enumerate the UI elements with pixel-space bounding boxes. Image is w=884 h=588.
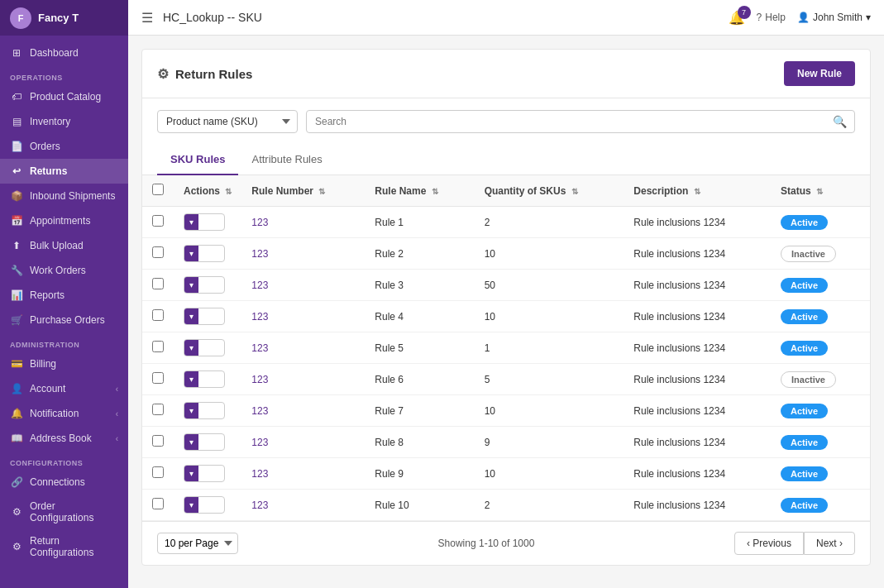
- sidebar-item-order-configurations[interactable]: ⚙ Order Configurations: [0, 495, 128, 529]
- sidebar-item-appointments[interactable]: 📅 Appointments: [0, 208, 128, 233]
- row-rule-number-cell: 123: [241, 395, 365, 427]
- table-row: ▾ 123 Rule 3 50 Rule inclusions 1234 Act…: [142, 270, 870, 301]
- next-button[interactable]: Next ›: [804, 532, 855, 555]
- appointments-icon: 📅: [10, 214, 23, 227]
- new-rule-button[interactable]: New Rule: [784, 61, 855, 86]
- sidebar-item-billing[interactable]: 💳 Billing: [0, 351, 128, 376]
- rule-number-link[interactable]: 123: [251, 342, 268, 354]
- table-row: ▾ 123 Rule 10 2 Rule inclusions 1234 Act…: [142, 490, 870, 521]
- search-input[interactable]: [306, 110, 855, 133]
- sidebar-item-account[interactable]: 👤 Account ‹: [0, 376, 128, 401]
- row-actions-cell: ▾: [174, 270, 241, 301]
- row-checkbox-cell: [142, 301, 174, 332]
- row-checkbox[interactable]: [152, 309, 164, 321]
- action-caret-button[interactable]: ▾: [184, 497, 198, 513]
- sidebar-item-orders[interactable]: 📄 Orders: [0, 134, 128, 159]
- rule-number-link[interactable]: 123: [251, 374, 268, 385]
- action-caret-button[interactable]: ▾: [184, 246, 198, 261]
- action-dropdown[interactable]: ▾: [184, 276, 225, 294]
- sidebar-item-dashboard[interactable]: ⊞ Dashboard: [0, 41, 128, 65]
- action-dropdown[interactable]: ▾: [184, 213, 225, 231]
- row-checkbox[interactable]: [152, 498, 164, 509]
- row-rule-name-cell: Rule 8: [365, 427, 474, 458]
- action-dropdown[interactable]: ▾: [184, 245, 225, 262]
- row-rule-number-cell: 123: [241, 270, 365, 301]
- sidebar-item-returns[interactable]: ↩ Returns: [0, 159, 128, 184]
- table-wrap: Actions ⇅ Rule Number ⇅ Rule Name ⇅ Quan…: [142, 175, 870, 521]
- row-checkbox[interactable]: [152, 341, 164, 352]
- rule-number-link[interactable]: 123: [251, 280, 268, 291]
- table-row: ▾ 123 Rule 7 10 Rule inclusions 1234 Act…: [142, 395, 870, 427]
- sidebar-item-inbound-shipments[interactable]: 📦 Inbound Shipments: [0, 184, 128, 208]
- rule-number-link[interactable]: 123: [251, 468, 268, 480]
- action-dropdown[interactable]: ▾: [184, 433, 225, 451]
- action-caret-button[interactable]: ▾: [184, 277, 198, 293]
- action-caret-button[interactable]: ▾: [184, 308, 198, 324]
- row-checkbox[interactable]: [152, 404, 164, 415]
- sidebar-item-address-book[interactable]: 📖 Address Book ‹: [0, 426, 128, 451]
- row-checkbox[interactable]: [152, 435, 164, 447]
- action-dropdown[interactable]: ▾: [184, 308, 225, 325]
- rule-number-link[interactable]: 123: [251, 500, 268, 511]
- action-caret-button[interactable]: ▾: [184, 403, 198, 418]
- filter-select[interactable]: Product name (SKU) SKU Name: [157, 110, 298, 133]
- row-checkbox[interactable]: [152, 372, 164, 384]
- th-status[interactable]: Status ⇅: [771, 175, 870, 207]
- menu-icon[interactable]: ☰: [141, 10, 153, 26]
- tab-attribute-rules[interactable]: Attribute Rules: [238, 145, 335, 175]
- row-checkbox[interactable]: [152, 278, 164, 289]
- action-caret-button[interactable]: ▾: [184, 434, 198, 450]
- per-page-select[interactable]: 10 per Page 25 per Page 50 per Page: [157, 533, 238, 554]
- sidebar-item-bulk-upload[interactable]: ⬆ Bulk Upload: [0, 233, 128, 258]
- sidebar-item-product-catalog[interactable]: 🏷 Product Catalog: [0, 84, 128, 109]
- sidebar-item-reports[interactable]: 📊 Reports: [0, 283, 128, 308]
- th-description[interactable]: Description ⇅: [624, 175, 771, 207]
- help-button[interactable]: ? Help: [757, 12, 786, 23]
- sidebar-item-connections[interactable]: 🔗 Connections: [0, 470, 128, 495]
- rule-number-link[interactable]: 123: [251, 248, 268, 260]
- notification-bell[interactable]: 🔔 7: [729, 10, 745, 26]
- rule-number-link[interactable]: 123: [251, 437, 268, 448]
- avatar: F: [10, 7, 31, 29]
- returns-icon: ↩: [10, 165, 23, 178]
- row-checkbox[interactable]: [152, 215, 164, 227]
- sidebar-item-inventory[interactable]: ▤ Inventory: [0, 109, 128, 134]
- action-caret-button[interactable]: ▾: [184, 466, 198, 481]
- action-caret-button[interactable]: ▾: [184, 214, 198, 230]
- search-wrap: 🔍: [306, 110, 855, 133]
- sidebar-item-work-orders[interactable]: 🔧 Work Orders: [0, 258, 128, 283]
- row-checkbox[interactable]: [152, 246, 164, 258]
- search-icon[interactable]: 🔍: [833, 115, 847, 128]
- action-caret-button[interactable]: ▾: [184, 340, 198, 356]
- action-dropdown[interactable]: ▾: [184, 496, 225, 514]
- card-title: ⚙ Return Rules: [157, 66, 252, 82]
- notification-icon: 🔔: [10, 407, 23, 420]
- select-all-checkbox[interactable]: [152, 184, 164, 195]
- sidebar-item-purchase-orders[interactable]: 🛒 Purchase Orders: [0, 308, 128, 332]
- th-actions[interactable]: Actions ⇅: [174, 175, 241, 207]
- row-status-cell: Active: [771, 332, 870, 364]
- row-qty-skus-cell: 50: [475, 270, 624, 301]
- action-caret-button[interactable]: ▾: [184, 371, 198, 387]
- th-quantity-skus[interactable]: Quantity of SKUs ⇅: [475, 175, 624, 207]
- row-checkbox-cell: [142, 364, 174, 395]
- action-dropdown[interactable]: ▾: [184, 339, 225, 356]
- previous-button[interactable]: ‹ Previous: [734, 532, 804, 555]
- sidebar-item-notification[interactable]: 🔔 Notification ‹: [0, 401, 128, 426]
- rule-number-link[interactable]: 123: [251, 311, 268, 323]
- tab-sku-rules[interactable]: SKU Rules: [157, 145, 238, 175]
- user-menu[interactable]: 👤 John Smith ▾: [797, 12, 871, 23]
- action-dropdown[interactable]: ▾: [184, 402, 225, 419]
- filter-bar: Product name (SKU) SKU Name 🔍: [142, 98, 870, 145]
- th-rule-name[interactable]: Rule Name ⇅: [365, 175, 474, 207]
- table-row: ▾ 123 Rule 9 10 Rule inclusions 1234 Act…: [142, 458, 870, 490]
- sidebar-item-return-configurations[interactable]: ⚙ Return Configurations: [0, 529, 128, 564]
- user-chevron: ▾: [866, 12, 871, 23]
- user-name: John Smith: [813, 12, 862, 23]
- th-rule-number[interactable]: Rule Number ⇅: [241, 175, 365, 207]
- row-checkbox[interactable]: [152, 466, 164, 478]
- action-dropdown[interactable]: ▾: [184, 370, 225, 388]
- rule-number-link[interactable]: 123: [251, 405, 268, 417]
- action-dropdown[interactable]: ▾: [184, 465, 225, 482]
- rule-number-link[interactable]: 123: [251, 217, 268, 228]
